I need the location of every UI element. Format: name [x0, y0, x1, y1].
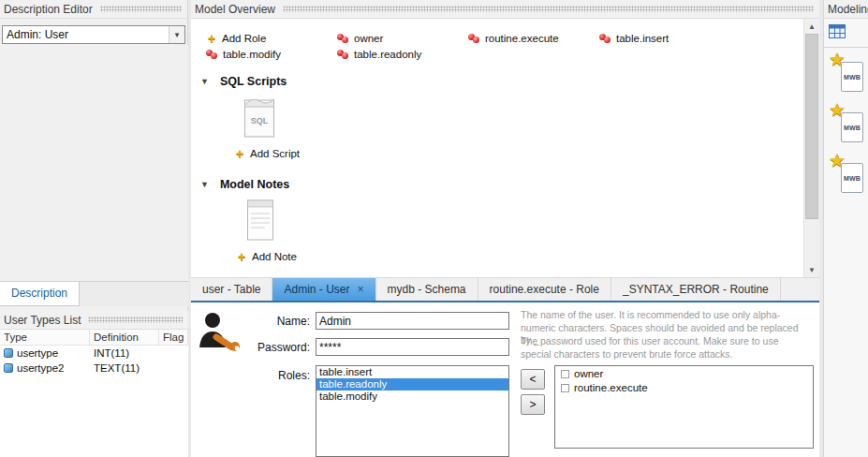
collapse-icon[interactable]: ▼ — [200, 180, 209, 189]
app-window: Description Editor Admin: User ▾ Descrip… — [0, 0, 868, 457]
user-types-section: User Types List — [0, 311, 188, 330]
dropdown-value: Admin: User — [3, 28, 169, 41]
tab-label: routine.execute - Role — [490, 283, 599, 296]
tree-item-label: owner — [574, 368, 603, 379]
add-note-label: Add Note — [252, 251, 297, 262]
column-header-definition[interactable]: Definition — [90, 330, 159, 345]
mwb-model-file-icon[interactable]: MWB ★ — [831, 105, 863, 146]
role-item-table-modify[interactable]: table.modify — [206, 46, 337, 62]
tab-label: Admin - User — [284, 283, 349, 296]
model-overview-canvas: + Add Role owner routine.execute table.i… — [191, 19, 819, 277]
model-overview-header: Model Overview — [191, 0, 819, 19]
add-role-button[interactable]: + Add Role — [206, 30, 337, 46]
role-item-routine-execute[interactable]: routine.execute — [468, 30, 599, 46]
tree-node-icon[interactable] — [561, 384, 569, 392]
column-header-type[interactable]: Type — [0, 330, 90, 345]
role-item-owner[interactable]: owner — [337, 30, 468, 46]
role-icon — [468, 33, 480, 43]
model-notes-title: Model Notes — [220, 178, 289, 191]
sql-scripts-title: SQL Scripts — [220, 75, 287, 88]
star-icon: ★ — [829, 150, 845, 171]
role-item-table-readonly[interactable]: table.readonly — [337, 46, 468, 62]
name-label: Name: — [243, 315, 310, 328]
roles-label: Roles: — [243, 369, 310, 382]
remove-role-button[interactable]: < — [521, 369, 545, 390]
tab-mydb-schema[interactable]: mydb - Schema — [376, 278, 478, 301]
model-overview-panel: Model Overview + Add Role owner routine.… — [191, 0, 819, 457]
sql-script-icon: SQL — [243, 96, 275, 141]
panel-grip[interactable] — [283, 6, 814, 12]
tree-item-label: routine.execute — [574, 382, 648, 393]
list-item[interactable]: table.modify — [316, 391, 508, 403]
assigned-roles-listbox[interactable]: table.insert table.readonly table.modify — [316, 365, 509, 457]
description-object-dropdown[interactable]: Admin: User ▾ — [2, 25, 185, 44]
tab-routine-execute-role[interactable]: routine.execute - Role — [478, 278, 611, 301]
role-item-table-insert[interactable]: table.insert — [599, 30, 730, 46]
description-editor-body[interactable] — [0, 45, 188, 281]
sql-icon-text: SQL — [251, 116, 269, 125]
description-editor-title: Description Editor — [4, 3, 93, 16]
mwb-model-file-icon[interactable]: MWB ★ — [831, 54, 863, 96]
tab-label: mydb - Schema — [388, 283, 466, 296]
tab-description-label: Description — [11, 287, 67, 300]
usertype-icon — [4, 348, 13, 358]
usertype-definition: INT(11) — [94, 347, 129, 359]
description-editor-header: Description Editor — [0, 0, 187, 19]
panel-grip[interactable] — [88, 317, 183, 323]
add-icon: + — [234, 148, 245, 159]
role-icon — [337, 49, 349, 59]
user-types-table: Type Definition Flag usertype INT(11) us… — [0, 330, 188, 457]
table-row[interactable]: usertype INT(11) — [0, 346, 188, 361]
add-icon: + — [206, 33, 217, 44]
scroll-up-icon[interactable]: ▲ — [804, 19, 819, 34]
password-field[interactable] — [316, 338, 509, 356]
password-help-text: The password used for this user account.… — [521, 335, 809, 361]
list-item-selected[interactable]: table.readonly — [316, 378, 508, 391]
roles-grid: + Add Role owner routine.execute table.i… — [206, 30, 768, 62]
usertype-name: usertype2 — [17, 362, 65, 374]
model-notes-section-header[interactable]: ▼ Model Notes — [200, 178, 289, 191]
editor-tabbar: user - Table Admin - User × mydb - Schem… — [191, 277, 819, 301]
modeling-panel-header: Modeling — [824, 0, 868, 19]
sql-scripts-section-header[interactable]: ▼ SQL Scripts — [200, 75, 287, 88]
scroll-down-icon[interactable]: ▼ — [804, 262, 819, 277]
role-label: routine.execute — [485, 33, 559, 44]
role-label: table.modify — [223, 49, 281, 60]
name-field[interactable] — [316, 312, 509, 330]
list-item[interactable]: table.insert — [316, 366, 508, 378]
vertical-scrollbar[interactable]: ▲ ▼ — [803, 19, 819, 277]
table-grid-icon[interactable] — [829, 24, 846, 41]
usertype-definition: TEXT(11) — [94, 362, 140, 374]
close-icon[interactable]: × — [358, 283, 364, 296]
tab-admin-user[interactable]: Admin - User × — [272, 278, 375, 301]
add-script-button[interactable]: + Add Script — [234, 148, 300, 159]
tab-user-table[interactable]: user - Table — [191, 278, 272, 301]
role-icon — [206, 49, 218, 59]
chevron-down-icon[interactable]: ▾ — [169, 26, 184, 43]
tab-syntax-error-routine[interactable]: _SYNTAX_ERROR - Routine — [611, 278, 781, 301]
column-header-flag[interactable]: Flag — [159, 330, 188, 345]
usertype-name: usertype — [17, 347, 58, 359]
add-note-button[interactable]: + Add Note — [236, 251, 297, 262]
add-role-to-user-button[interactable]: > — [521, 394, 545, 415]
left-sidebar: Description Editor Admin: User ▾ Descrip… — [0, 0, 188, 457]
scrollbar-thumb[interactable] — [805, 34, 818, 219]
table-row[interactable]: usertype2 TEXT(11) — [0, 361, 188, 376]
description-tabbar: Description — [0, 281, 188, 306]
star-icon: ★ — [829, 99, 845, 121]
mwb-model-file-icon[interactable]: MWB ★ — [831, 155, 863, 197]
collapse-icon[interactable]: ▼ — [200, 77, 209, 86]
star-icon: ★ — [829, 49, 845, 70]
password-label: Password: — [243, 341, 310, 354]
tree-node-icon[interactable] — [561, 370, 569, 378]
modeling-panel-title: Modeling — [828, 3, 868, 16]
add-icon: + — [236, 251, 247, 262]
panel-grip[interactable] — [100, 6, 182, 12]
tree-item-owner[interactable]: owner — [555, 368, 813, 380]
note-icon — [246, 199, 274, 244]
tree-item-routine-execute[interactable]: routine.execute — [555, 382, 813, 394]
model-overview-title: Model Overview — [195, 3, 275, 16]
modeling-toolbar — [824, 20, 868, 45]
tab-description[interactable]: Description — [0, 282, 80, 306]
available-roles-tree[interactable]: owner routine.execute — [554, 365, 814, 449]
